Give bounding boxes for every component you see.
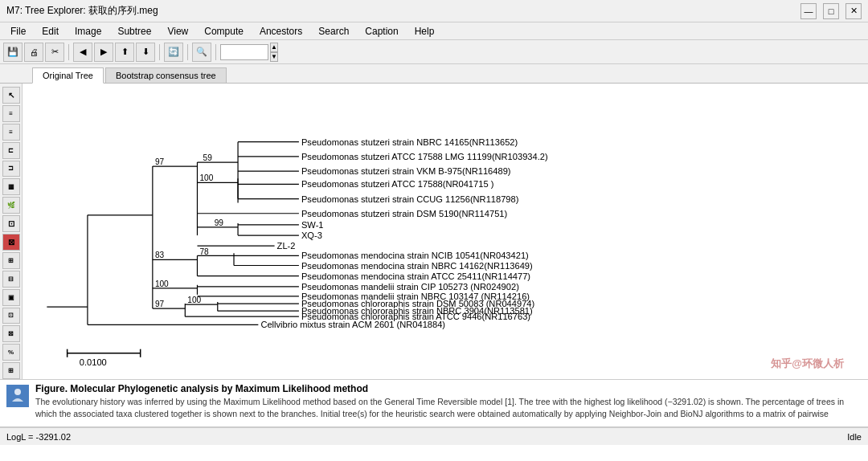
svg-text:Pseudomonas chlororaphis strai: Pseudomonas chlororaphis strain ATCC 944… <box>301 312 530 321</box>
svg-text:99: 99 <box>215 218 224 227</box>
left-btn-5[interactable]: ⊐ <box>2 161 20 177</box>
toolbar: 💾 🖨 ✂ ◀ ▶ ⬆ ⬇ 🔄 🔍 ▲ ▼ <box>0 40 868 64</box>
toolbar-btn-9[interactable]: 🔍 <box>192 43 211 62</box>
menu-item-image[interactable]: Image <box>68 23 108 39</box>
menu-item-edit[interactable]: Edit <box>35 23 66 39</box>
tab-original-tree[interactable]: Original Tree <box>32 67 104 84</box>
tab-bar: Original Tree Bootstrap consensus tree <box>0 64 868 84</box>
tree-area: 0.0100 Cellvibrio mixtus strain ACM 2601… <box>23 84 868 379</box>
left-toolbar: ↖ ≡ ≡ ⊏ ⊐ ▦ 🌿 ⊡ ⊠ ⊞ ⊟ ▣ ⊡ ⊠ % ⊞ <box>0 84 23 379</box>
titlebar-title: M7: Tree Explorer: 获取的序列.meg <box>6 4 158 18</box>
svg-text:78: 78 <box>200 247 210 256</box>
toolbar-sep-1 <box>68 44 69 60</box>
caption-title: Figure. Molecular Phylogenetic analysis … <box>35 383 862 394</box>
svg-text:100: 100 <box>200 173 214 182</box>
svg-text:Pseudomonas stutzeri ATCC 1758: Pseudomonas stutzeri ATCC 17588(NR041715… <box>301 179 494 189</box>
minimize-button[interactable]: — <box>800 3 817 19</box>
toolbar-btn-5[interactable]: ▶ <box>94 43 113 62</box>
svg-text:83: 83 <box>155 251 165 259</box>
left-btn-15[interactable]: % <box>2 344 20 361</box>
spinner-up[interactable]: ▲ <box>270 43 278 52</box>
svg-text:Pseudomonas stutzeri strain NB: Pseudomonas stutzeri strain NBRC 14165(N… <box>301 137 518 147</box>
svg-text:59: 59 <box>203 153 213 162</box>
spinner-down[interactable]: ▼ <box>270 52 278 62</box>
left-btn-6[interactable]: ▦ <box>2 178 20 195</box>
caption-body: The evolutionary history was inferred by… <box>35 396 862 420</box>
caption-bar: Figure. Molecular Phylogenetic analysis … <box>0 380 868 427</box>
caption-icon <box>6 385 29 407</box>
svg-text:SW-1: SW-1 <box>301 220 324 230</box>
left-btn-4[interactable]: ⊏ <box>2 142 20 159</box>
menu-item-file[interactable]: File <box>3 23 33 39</box>
svg-text:Pseudomonas stutzeri ATCC 1758: Pseudomonas stutzeri ATCC 17588 LMG 1119… <box>301 152 548 161</box>
left-btn-12[interactable]: ▣ <box>2 289 20 306</box>
left-btn-7[interactable]: 🌿 <box>2 197 20 214</box>
left-btn-3[interactable]: ≡ <box>2 124 20 141</box>
menu-item-search[interactable]: Search <box>311 23 356 39</box>
left-btn-9[interactable]: ⊠ <box>2 234 20 251</box>
svg-text:Pseudomonas stutzeri strain VK: Pseudomonas stutzeri strain VKM B-975(NR… <box>301 166 511 176</box>
toolbar-sep-2 <box>159 44 160 60</box>
toolbar-btn-6[interactable]: ⬆ <box>115 43 134 62</box>
svg-text:Pseudomonas mendocina strain N: Pseudomonas mendocina strain NBRC 14162(… <box>301 261 533 271</box>
bottom-area: Figure. Molecular Phylogenetic analysis … <box>0 379 868 445</box>
menu-item-ancestors[interactable]: Ancestors <box>252 23 309 39</box>
svg-point-72 <box>14 389 21 395</box>
svg-text:Pseudomonas stutzeri strain DS: Pseudomonas stutzeri strain DSM 5190(NR1… <box>301 209 508 218</box>
window-controls: — □ ✕ <box>800 3 862 19</box>
menu-item-caption[interactable]: Caption <box>358 23 405 39</box>
toolbar-btn-4[interactable]: ◀ <box>73 43 92 62</box>
menubar: FileEditImageSubtreeViewComputeAncestors… <box>0 22 868 40</box>
toolbar-btn-2[interactable]: 🖨 <box>24 43 43 62</box>
svg-text:XQ-3: XQ-3 <box>301 230 322 240</box>
toolbar-sep-3 <box>187 44 188 60</box>
svg-text:ZL-2: ZL-2 <box>277 241 296 251</box>
caption-content: Figure. Molecular Phylogenetic analysis … <box>35 383 862 423</box>
svg-text:Pseudomonas mandelii strain CI: Pseudomonas mandelii strain CIP 105273 (… <box>301 282 519 292</box>
left-btn-2[interactable]: ≡ <box>2 105 20 122</box>
toolbar-sep-4 <box>215 44 216 60</box>
left-btn-11[interactable]: ⊟ <box>2 271 20 288</box>
close-button[interactable]: ✕ <box>845 3 862 19</box>
status-bar: LogL = -3291.02 Idle <box>0 427 868 445</box>
zoom-input[interactable] <box>220 44 268 60</box>
menu-item-subtree[interactable]: Subtree <box>110 23 158 39</box>
main-content: ↖ ≡ ≡ ⊏ ⊐ ▦ 🌿 ⊡ ⊠ ⊞ ⊟ ▣ ⊡ ⊠ % ⊞ 0.0100 <box>0 84 868 379</box>
left-btn-10[interactable]: ⊞ <box>2 252 20 269</box>
svg-text:Pseudomonas mendocina strain A: Pseudomonas mendocina strain ATCC 25411(… <box>301 271 530 281</box>
svg-text:97: 97 <box>155 157 165 166</box>
menu-item-view[interactable]: View <box>160 23 195 39</box>
toolbar-btn-7[interactable]: ⬇ <box>136 43 155 62</box>
menu-item-compute[interactable]: Compute <box>197 23 251 39</box>
toolbar-btn-8[interactable]: 🔄 <box>164 43 183 62</box>
left-btn-8[interactable]: ⊡ <box>2 215 20 232</box>
svg-text:100: 100 <box>187 296 201 304</box>
left-btn-cursor[interactable]: ↖ <box>2 87 20 104</box>
idle-status: Idle <box>847 432 862 442</box>
logl-status: LogL = -3291.02 <box>6 432 71 442</box>
toolbar-btn-1[interactable]: 💾 <box>3 43 23 62</box>
left-btn-13[interactable]: ⊡ <box>2 308 20 324</box>
svg-text:100: 100 <box>155 279 169 288</box>
svg-text:Pseudomonas stutzeri strain CC: Pseudomonas stutzeri strain CCUG 11256(N… <box>301 194 519 204</box>
toolbar-btn-3[interactable]: ✂ <box>45 43 64 62</box>
svg-text:Pseudomonas mendocina strain N: Pseudomonas mendocina strain NCIB 10541(… <box>301 251 529 260</box>
left-btn-14[interactable]: ⊠ <box>2 325 20 342</box>
menu-item-help[interactable]: Help <box>407 23 442 39</box>
svg-text:97: 97 <box>155 300 165 308</box>
svg-text:0.0100: 0.0100 <box>80 357 107 367</box>
left-btn-16[interactable]: ⊞ <box>2 362 20 379</box>
maximize-button[interactable]: □ <box>823 3 839 19</box>
titlebar: M7: Tree Explorer: 获取的序列.meg — □ ✕ <box>0 0 868 22</box>
tab-bootstrap-tree[interactable]: Bootstrap consensus tree <box>105 67 227 83</box>
